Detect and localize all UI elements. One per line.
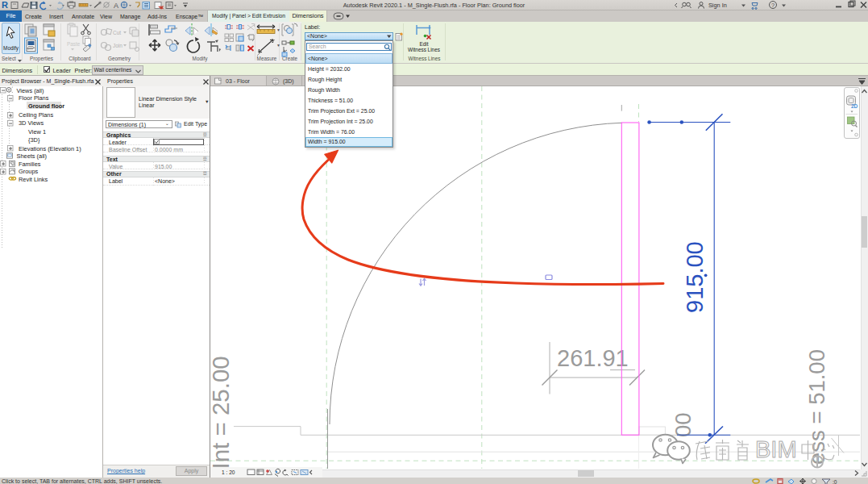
svg-text:Int = 25.00: Int = 25.00 (210, 356, 234, 469)
svg-text::0: :0 (833, 479, 837, 484)
svg-text:?: ? (771, 2, 775, 9)
svg-text:2D: 2D (851, 103, 858, 109)
svg-text:915.00: 915.00 (682, 241, 708, 313)
svg-text:00: 00 (671, 412, 696, 437)
svg-text:261.91: 261.91 (557, 345, 629, 371)
svg-text:BIM: BIM (755, 436, 797, 462)
svg-text:Sign In: Sign In (708, 2, 727, 9)
svg-text:Join: Join (113, 43, 123, 48)
svg-text:Cut: Cut (113, 30, 121, 35)
svg-text:Paste: Paste (67, 41, 81, 47)
